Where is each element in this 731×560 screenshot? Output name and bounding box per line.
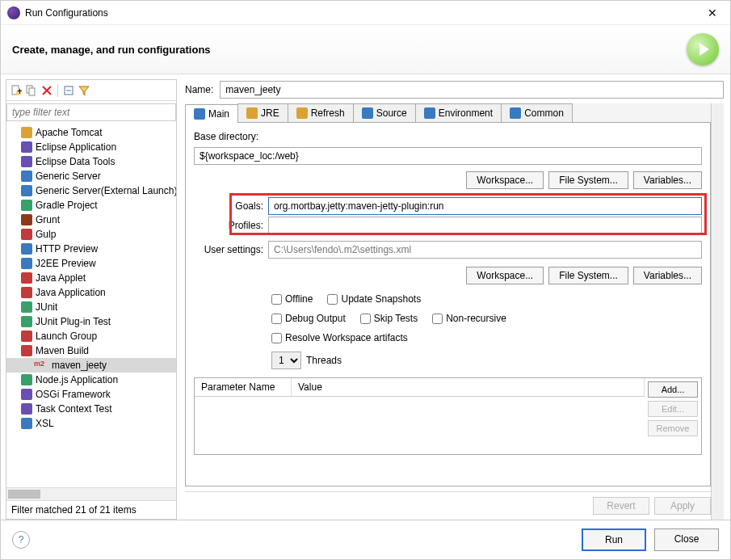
- revert-button: Revert: [593, 497, 649, 515]
- profiles-label: Profiles:: [194, 220, 263, 231]
- config-type-icon: [21, 200, 32, 211]
- tab-label: Environment: [439, 107, 493, 119]
- tree-item-label: Generic Server(External Launch): [36, 185, 176, 196]
- update-snapshots-checkbox[interactable]: Update Snapshots: [327, 293, 421, 305]
- tree-item[interactable]: Gradle Project: [6, 198, 176, 213]
- svg-text:+: +: [17, 86, 22, 96]
- tree-item[interactable]: Java Application: [6, 285, 176, 300]
- tab-jre[interactable]: JRE: [237, 103, 288, 122]
- tab-label: Refresh: [311, 107, 345, 119]
- threads-select[interactable]: 1: [271, 352, 301, 369]
- tree-item[interactable]: Launch Group: [6, 329, 176, 343]
- name-input[interactable]: [220, 81, 724, 99]
- collapse-icon[interactable]: [62, 84, 75, 97]
- tree-item[interactable]: Maven Build: [6, 343, 176, 358]
- tree-item[interactable]: Eclipse Application: [6, 140, 176, 154]
- tab-refresh[interactable]: Refresh: [288, 103, 354, 122]
- filter-input[interactable]: [6, 103, 176, 121]
- tab-icon: [424, 107, 435, 119]
- tree-item[interactable]: Grunt: [6, 213, 176, 227]
- tab-label: Main: [208, 108, 229, 120]
- tree-item[interactable]: XSL: [6, 416, 176, 431]
- base-dir-input[interactable]: [194, 147, 702, 165]
- eclipse-icon: [7, 6, 20, 19]
- goals-input[interactable]: [268, 197, 702, 215]
- tree-item-label: HTTP Preview: [36, 243, 98, 255]
- tab-main[interactable]: Main: [185, 104, 238, 123]
- tree-item[interactable]: Gulp: [6, 227, 176, 242]
- panel-v-scrollbar[interactable]: [711, 103, 724, 520]
- config-type-icon: [21, 156, 32, 167]
- tree-item[interactable]: Node.js Application: [6, 373, 176, 387]
- offline-checkbox[interactable]: Offline: [271, 293, 313, 305]
- close-button[interactable]: Close: [654, 528, 719, 551]
- config-type-icon: [21, 345, 32, 356]
- window-title: Run Configurations: [25, 7, 701, 19]
- tree-item[interactable]: JUnit: [6, 300, 176, 314]
- filesystem-button[interactable]: File System...: [548, 171, 628, 189]
- tree-item-label: Apache Tomcat: [36, 127, 103, 138]
- variables-button-2[interactable]: Variables...: [633, 267, 702, 284]
- tree-toolbar: +: [6, 80, 176, 101]
- tree-item[interactable]: Task Context Test: [6, 402, 176, 416]
- tab-icon: [510, 107, 521, 119]
- base-dir-label: Base directory:: [194, 131, 702, 142]
- param-value-header[interactable]: Value: [292, 378, 645, 396]
- tree-item-label: Gradle Project: [36, 200, 98, 211]
- add-param-button[interactable]: Add...: [648, 381, 698, 398]
- config-type-icon: [21, 272, 32, 284]
- close-icon[interactable]: ✕: [701, 5, 724, 21]
- help-icon[interactable]: ?: [12, 531, 30, 549]
- tab-source[interactable]: Source: [353, 103, 416, 122]
- tree-item[interactable]: m2maven_jeety: [6, 358, 176, 373]
- tree-item[interactable]: Apache Tomcat: [6, 125, 176, 140]
- tab-common[interactable]: Common: [501, 103, 573, 122]
- tree-item[interactable]: Generic Server: [6, 169, 176, 183]
- tree-item[interactable]: OSGi Framework: [6, 387, 176, 402]
- tree-h-scrollbar[interactable]: [6, 487, 176, 500]
- variables-button[interactable]: Variables...: [633, 171, 702, 189]
- config-type-icon: [21, 331, 32, 342]
- apply-button: Apply: [654, 497, 711, 515]
- config-type-icon: [21, 141, 32, 153]
- tree-item[interactable]: Java Applet: [6, 271, 176, 285]
- tree-item[interactable]: Eclipse Data Tools: [6, 154, 176, 169]
- tab-label: JRE: [261, 107, 279, 119]
- new-config-icon[interactable]: +: [10, 84, 23, 97]
- filter-icon[interactable]: [78, 84, 90, 97]
- profiles-input[interactable]: [268, 217, 702, 234]
- resolve-workspace-checkbox[interactable]: Resolve Workspace artifacts: [271, 332, 408, 343]
- tab-bar: MainJRERefreshSourceEnvironmentCommon: [185, 103, 711, 123]
- tab-environment[interactable]: Environment: [415, 103, 502, 122]
- tree-item[interactable]: Generic Server(External Launch): [6, 183, 176, 198]
- workspace-button[interactable]: Workspace...: [466, 171, 544, 189]
- param-table-body[interactable]: [195, 397, 645, 454]
- config-type-icon: [21, 418, 32, 429]
- delete-icon[interactable]: [40, 84, 53, 97]
- tree-item-label: Java Application: [36, 287, 106, 298]
- tree-item-label: Grunt: [36, 214, 60, 225]
- filesystem-button-2[interactable]: File System...: [548, 267, 628, 284]
- tree-item-label: OSGi Framework: [36, 389, 111, 400]
- tree-item-label: Eclipse Application: [36, 141, 116, 153]
- goals-label: Goals:: [194, 200, 263, 212]
- usersettings-input[interactable]: [268, 241, 702, 259]
- config-type-icon: [21, 258, 32, 269]
- tree-item[interactable]: J2EE Preview: [6, 256, 176, 271]
- tree-item-label: Gulp: [36, 229, 56, 240]
- filter-status: Filter matched 21 of 21 items: [6, 500, 176, 519]
- tree-item[interactable]: JUnit Plug-in Test: [6, 314, 176, 329]
- workspace-button-2[interactable]: Workspace...: [466, 267, 544, 284]
- tree-item-label: Launch Group: [36, 331, 97, 342]
- tree-item-label: maven_jeety: [52, 360, 107, 371]
- tab-icon: [362, 107, 373, 119]
- duplicate-icon[interactable]: [25, 84, 38, 97]
- tree-item[interactable]: HTTP Preview: [6, 242, 176, 256]
- run-button[interactable]: Run: [582, 528, 646, 551]
- param-name-header[interactable]: Parameter Name: [195, 378, 292, 396]
- debug-output-checkbox[interactable]: Debug Output: [271, 313, 346, 324]
- config-type-icon: [21, 403, 32, 415]
- skip-tests-checkbox[interactable]: Skip Tests: [360, 313, 418, 324]
- config-tree[interactable]: Apache TomcatEclipse ApplicationEclipse …: [6, 124, 176, 487]
- non-recursive-checkbox[interactable]: Non-recursive: [432, 313, 506, 324]
